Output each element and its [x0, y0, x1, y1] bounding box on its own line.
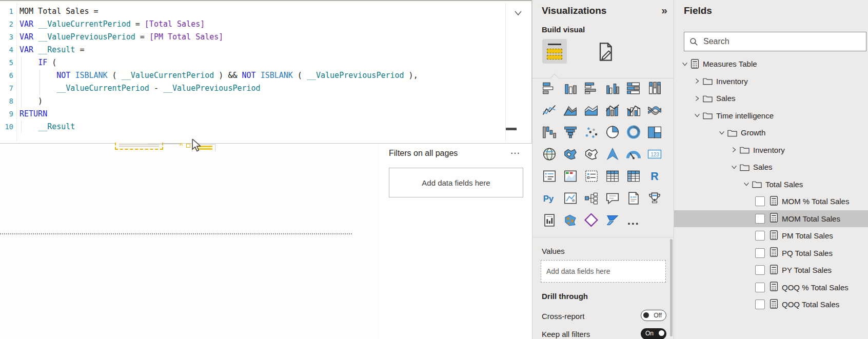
chevron-down-icon[interactable]: [694, 112, 701, 119]
hundred-stacked-column-chart-icon[interactable]: [647, 81, 668, 103]
table-icon[interactable]: [605, 169, 626, 191]
key-influencers-icon[interactable]: [563, 191, 584, 213]
measure-pm-total-sales[interactable]: PM Total Sales: [674, 227, 868, 245]
slicer-icon[interactable]: [584, 169, 605, 191]
measure-qoq-total-sales[interactable]: QOQ % Total Sales: [674, 279, 868, 296]
stacked-column-chart-icon[interactable]: [563, 81, 584, 103]
filters-dropzone[interactable]: Add data fields here: [389, 168, 523, 197]
waterfall-chart-icon[interactable]: [542, 125, 563, 147]
tree-item-measures-table[interactable]: Measures Table: [674, 55, 868, 73]
metrics-icon[interactable]: [647, 191, 668, 213]
tab-format-visual[interactable]: [595, 41, 618, 64]
field-checkbox[interactable]: [755, 300, 765, 309]
kpi-icon[interactable]: [563, 169, 584, 191]
tree-item-time-intelligence[interactable]: Time intelligence: [674, 107, 868, 125]
filters-more-options-icon[interactable]: …: [510, 145, 521, 156]
power-automate-visual-icon[interactable]: [605, 213, 626, 235]
filled-map-icon[interactable]: [563, 147, 584, 169]
pie-chart-icon[interactable]: [605, 125, 626, 147]
editor-scrollbar-thumb[interactable]: [506, 128, 517, 130]
chevron-down-icon[interactable]: [743, 181, 750, 188]
map-icon[interactable]: [542, 147, 563, 169]
tree-item-inventory[interactable]: Inventory: [674, 142, 868, 159]
donut-chart-icon[interactable]: [626, 125, 647, 147]
clustered-bar-chart-icon[interactable]: [584, 81, 605, 103]
more-visuals-icon[interactable]: [626, 213, 647, 235]
tree-item-sales[interactable]: Sales: [674, 90, 868, 107]
gauge-icon[interactable]: [626, 147, 647, 169]
qa-visual-icon[interactable]: [605, 191, 626, 213]
code-line[interactable]: __Result: [19, 121, 418, 133]
collapse-panel-icon[interactable]: »: [661, 4, 667, 16]
keep-all-filters-toggle[interactable]: On: [641, 328, 666, 339]
code-line[interactable]: VAR __Result =: [19, 44, 418, 56]
measure-icon: [770, 247, 778, 258]
measure-py-total-sales[interactable]: PY Total Sales: [674, 262, 868, 279]
power-apps-visual-icon[interactable]: [584, 213, 605, 235]
code-line[interactable]: VAR __ValueCurrentPeriod = [Total Sales]: [19, 18, 418, 31]
paginated-report-icon[interactable]: [542, 213, 563, 235]
line-number: 7: [0, 82, 13, 95]
arcgis-map-icon[interactable]: [563, 213, 584, 235]
chevron-right-icon[interactable]: [694, 95, 701, 102]
field-checkbox[interactable]: [755, 231, 765, 241]
cross-report-toggle[interactable]: Off: [641, 310, 666, 321]
tree-item-growth[interactable]: Growth: [674, 124, 868, 142]
dax-code[interactable]: MOM Total Sales =VAR __ValueCurrentPerio…: [19, 5, 418, 133]
ribbon-chart-icon[interactable]: [647, 103, 668, 125]
scatter-chart-icon[interactable]: [584, 125, 605, 147]
measure-mom-total-sales[interactable]: MOM Total Sales: [674, 210, 868, 228]
azure-map-icon[interactable]: [605, 147, 626, 169]
code-line[interactable]: __ValueCurrentPeriod - __ValuePreviousPe…: [19, 82, 418, 95]
hundred-stacked-bar-chart-icon[interactable]: [626, 81, 647, 103]
multi-row-card-icon[interactable]: [542, 169, 563, 191]
chevron-down-icon[interactable]: [718, 129, 725, 136]
fields-search-box[interactable]: [684, 32, 866, 51]
tree-item-total-sales[interactable]: Total Sales: [674, 176, 868, 193]
dax-formula-editor[interactable]: 12345678910 MOM Total Sales =VAR __Value…: [0, 0, 532, 144]
chevron-right-icon[interactable]: [694, 77, 701, 85]
shape-map-icon[interactable]: [584, 147, 605, 169]
tree-item-label: PY Total Sales: [782, 266, 832, 274]
treemap-icon[interactable]: [647, 125, 668, 147]
stacked-area-chart-icon[interactable]: [584, 103, 605, 125]
chevron-down-icon[interactable]: [681, 61, 688, 68]
field-checkbox[interactable]: [755, 265, 765, 275]
clustered-column-chart-icon[interactable]: [605, 81, 626, 103]
measure-icon: [770, 265, 778, 276]
field-checkbox[interactable]: [755, 283, 765, 292]
card-icon[interactable]: 123: [647, 147, 668, 169]
python-visual-icon[interactable]: Py: [542, 191, 563, 213]
field-checkbox[interactable]: [755, 248, 765, 258]
line-clustered-column-chart-icon[interactable]: [626, 103, 647, 125]
decomposition-tree-icon[interactable]: [584, 191, 605, 213]
code-line[interactable]: MOM Total Sales =: [19, 5, 418, 18]
matrix-icon[interactable]: [626, 169, 647, 191]
field-checkbox[interactable]: [755, 196, 765, 206]
collapse-formula-bar-icon[interactable]: [512, 7, 524, 21]
chevron-right-icon[interactable]: [731, 146, 738, 153]
code-line[interactable]: VAR __ValuePreviousPeriod = [PM Total Sa…: [19, 31, 418, 44]
code-line[interactable]: ): [19, 95, 418, 108]
tree-item-sales[interactable]: Sales: [674, 158, 868, 176]
funnel-chart-icon[interactable]: [563, 125, 584, 147]
r-script-visual-icon[interactable]: R: [647, 169, 668, 191]
chevron-down-icon[interactable]: [731, 164, 738, 171]
tab-build-visual[interactable]: [542, 39, 567, 64]
search-input[interactable]: [702, 36, 866, 47]
field-checkbox[interactable]: [755, 214, 765, 224]
code-line[interactable]: IF (: [19, 56, 418, 69]
tree-item-inventory[interactable]: Inventory: [674, 73, 868, 90]
visualizations-scrollbar[interactable]: [670, 239, 673, 336]
measure-mom-total-sales[interactable]: MOM % Total Sales: [674, 193, 868, 210]
stacked-bar-chart-icon[interactable]: [542, 81, 563, 103]
code-line[interactable]: RETURN: [19, 108, 418, 121]
measure-pq-total-sales[interactable]: PQ Total Sales: [674, 245, 868, 262]
line-stacked-column-chart-icon[interactable]: [605, 103, 626, 125]
area-chart-icon[interactable]: [563, 103, 584, 125]
line-chart-icon[interactable]: [542, 103, 563, 125]
measure-qoq-total-sales[interactable]: QOQ Total Sales: [674, 296, 868, 313]
code-line[interactable]: NOT ISBLANK ( __ValueCurrentPeriod ) && …: [19, 69, 418, 82]
values-dropzone[interactable]: Add data fields here: [541, 260, 666, 283]
smart-narrative-icon[interactable]: [626, 191, 647, 213]
